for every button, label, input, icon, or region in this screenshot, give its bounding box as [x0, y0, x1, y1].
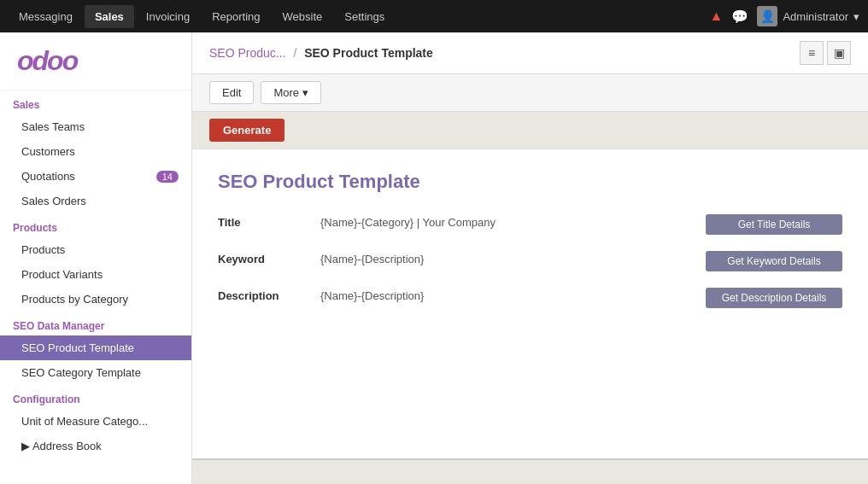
more-button[interactable]: More ▾: [261, 81, 321, 104]
nav-sales[interactable]: Sales: [85, 5, 134, 28]
field-row-description: Description {Name}-{Description} Get Des…: [218, 288, 842, 312]
sidebar-item-address-book[interactable]: ▶ Address Book: [0, 434, 191, 458]
sidebar: odoo Sales Sales Teams Customers Quotati…: [0, 32, 192, 484]
more-label: More: [273, 86, 299, 99]
get-title-details-button[interactable]: Get Title Details: [706, 214, 842, 235]
get-description-details-button[interactable]: Get Description Details: [706, 288, 842, 308]
top-navigation: Messaging Sales Invoicing Reporting Webs…: [0, 0, 868, 32]
sidebar-item-seo-category-template[interactable]: SEO Category Template: [0, 360, 191, 385]
breadcrumb-link[interactable]: SEO Produc...: [209, 46, 285, 60]
field-label-title: Title: [218, 214, 320, 229]
nav-website[interactable]: Website: [273, 5, 333, 28]
sidebar-section-products: Products: [0, 213, 191, 237]
field-value-title: {Name}-{Category} | Your Company: [320, 214, 689, 229]
admin-label: Administrator: [783, 10, 848, 23]
nav-settings[interactable]: Settings: [334, 5, 395, 28]
top-nav-items: Messaging Sales Invoicing Reporting Webs…: [9, 5, 395, 28]
sidebar-section-sales: Sales: [0, 90, 191, 114]
field-label-keyword: Keyword: [218, 251, 320, 265]
quotations-badge: 14: [156, 171, 179, 183]
get-keyword-details-button[interactable]: Get Keyword Details: [706, 251, 842, 271]
top-nav-right: ▲ 💬 👤 Administrator ▾: [710, 6, 859, 26]
sidebar-item-unit-of-measure[interactable]: Unit of Measure Catego...: [0, 409, 191, 434]
sidebar-item-product-variants[interactable]: Product Variants: [0, 262, 191, 287]
form-view-button[interactable]: ▣: [827, 41, 851, 65]
sidebar-item-sales-teams[interactable]: Sales Teams: [0, 114, 191, 139]
list-view-button[interactable]: ≡: [800, 41, 824, 65]
sidebar-item-seo-product-template[interactable]: SEO Product Template: [0, 335, 191, 360]
admin-menu[interactable]: 👤 Administrator ▾: [757, 6, 859, 26]
toolbar: Edit More ▾: [192, 74, 868, 112]
breadcrumb-separator: /: [293, 46, 296, 60]
nav-messaging[interactable]: Messaging: [9, 5, 83, 28]
field-actions-keyword: Get Keyword Details: [706, 251, 842, 275]
sidebar-item-products[interactable]: Products: [0, 237, 191, 262]
admin-dropdown-icon: ▾: [853, 10, 859, 23]
generate-bar: Generate: [192, 112, 868, 149]
odoo-logo: odoo: [17, 45, 174, 77]
sidebar-section-configuration: Configuration: [0, 385, 191, 409]
field-actions-title: Get Title Details: [706, 214, 842, 238]
logo-area: odoo: [0, 32, 191, 90]
chat-icon[interactable]: 💬: [731, 9, 748, 25]
breadcrumb-bar: SEO Produc... / SEO Product Template ≡ ▣: [192, 32, 868, 74]
bottom-bar: [192, 458, 868, 484]
sidebar-item-sales-orders[interactable]: Sales Orders: [0, 189, 191, 213]
nav-invoicing[interactable]: Invoicing: [136, 5, 200, 28]
form-title: SEO Product Template: [218, 171, 842, 193]
more-dropdown-icon: ▾: [302, 86, 308, 99]
view-buttons: ≡ ▣: [800, 41, 851, 65]
nav-reporting[interactable]: Reporting: [202, 5, 270, 28]
field-actions-description: Get Description Details: [706, 288, 842, 312]
sidebar-item-products-by-category[interactable]: Products by Category: [0, 287, 191, 312]
field-row-title: Title {Name}-{Category} | Your Company G…: [218, 214, 842, 238]
field-label-description: Description: [218, 288, 320, 302]
form-content: SEO Product Template Title {Name}-{Categ…: [192, 149, 868, 458]
generate-button[interactable]: Generate: [209, 119, 284, 142]
content-area: SEO Produc... / SEO Product Template ≡ ▣…: [192, 32, 868, 484]
edit-button[interactable]: Edit: [209, 81, 254, 104]
sidebar-item-quotations[interactable]: Quotations 14: [0, 164, 191, 189]
alert-icon[interactable]: ▲: [710, 9, 724, 24]
field-value-keyword: {Name}-{Description}: [320, 251, 689, 265]
breadcrumb: SEO Produc... / SEO Product Template: [209, 46, 433, 60]
breadcrumb-current: SEO Product Template: [304, 46, 433, 60]
sidebar-section-seo: SEO Data Manager: [0, 312, 191, 335]
avatar: 👤: [757, 6, 777, 26]
field-value-description: {Name}-{Description}: [320, 288, 689, 302]
main-layout: odoo Sales Sales Teams Customers Quotati…: [0, 32, 868, 484]
sidebar-item-customers[interactable]: Customers: [0, 139, 191, 164]
field-row-keyword: Keyword {Name}-{Description} Get Keyword…: [218, 251, 842, 275]
